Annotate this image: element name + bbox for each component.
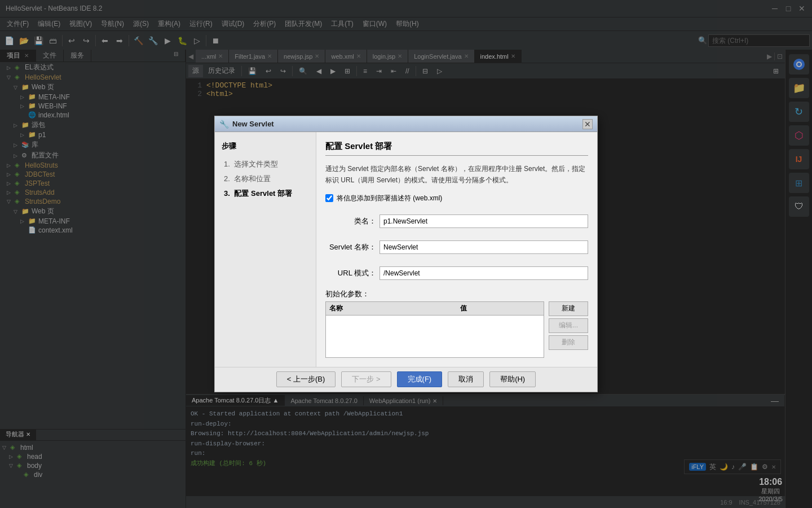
dialog-section-title: 配置 Servlet 部署 xyxy=(325,141,588,156)
btn-delete-param[interactable]: 删除 xyxy=(549,335,588,350)
checkbox-row: 将信息添加到部署描述符 (web.xml) xyxy=(325,194,588,203)
init-params-layout: 名称 值 新建 编辑... 删除 xyxy=(325,301,588,358)
btn-new-param[interactable]: 新建 xyxy=(549,301,588,316)
url-label: URL 模式： xyxy=(325,268,376,278)
dialog-close-btn[interactable]: ✕ xyxy=(582,119,593,129)
dialog-titlebar: 🔧 New Servlet ✕ xyxy=(215,116,597,132)
btn-help[interactable]: 帮助(H) xyxy=(489,371,536,387)
steps-title: 步骤 xyxy=(222,141,309,151)
init-params-table: 名称 值 xyxy=(325,301,544,358)
dialog-steps: 步骤 1. 选择文件类型 2. 名称和位置 3. 配置 Servlet 部署 xyxy=(215,132,316,366)
init-params-label: 初始化参数： xyxy=(325,289,588,299)
servlet-name-input[interactable] xyxy=(379,240,588,254)
dialog-description: 通过为 Servlet 指定内部名称（Servlet 名称），在应用程序中注册 … xyxy=(325,164,588,185)
class-row: 类名： xyxy=(325,214,588,228)
param-header-value: 值 xyxy=(457,302,544,316)
servlet-name-row: Servlet 名称： xyxy=(325,240,588,254)
param-header-name: 名称 xyxy=(326,302,457,316)
dialog-title: New Servlet xyxy=(232,120,582,128)
dialog-content: 配置 Servlet 部署 通过为 Servlet 指定内部名称（Servlet… xyxy=(316,132,597,366)
step-3[interactable]: 3. 配置 Servlet 部署 xyxy=(222,187,309,200)
class-label: 类名： xyxy=(325,216,376,226)
dialog-footer: < 上一步(B) 下一步 > 完成(F) 取消 帮助(H) xyxy=(215,367,597,392)
url-row: URL 模式： xyxy=(325,266,588,280)
step-1[interactable]: 1. 选择文件类型 xyxy=(222,158,309,170)
dialog-body: 步骤 1. 选择文件类型 2. 名称和位置 3. 配置 Servlet 部署 配… xyxy=(215,132,597,366)
webxml-checkbox[interactable] xyxy=(325,194,333,202)
btn-cancel[interactable]: 取消 xyxy=(448,371,484,387)
init-params-btns: 新建 编辑... 删除 xyxy=(549,301,588,358)
url-input[interactable] xyxy=(379,266,588,280)
class-input[interactable] xyxy=(379,214,588,228)
dialog-overlay: 🔧 New Servlet ✕ 步骤 1. 选择文件类型 2. 名称和位置 3.… xyxy=(0,0,812,508)
btn-edit-param[interactable]: 编辑... xyxy=(549,318,588,333)
servlet-name-label: Servlet 名称： xyxy=(325,242,376,252)
webxml-checkbox-label[interactable]: 将信息添加到部署描述符 (web.xml) xyxy=(337,194,442,203)
dialog: 🔧 New Servlet ✕ 步骤 1. 选择文件类型 2. 名称和位置 3.… xyxy=(214,116,598,392)
btn-prev[interactable]: < 上一步(B) xyxy=(276,371,336,387)
step-2[interactable]: 2. 名称和位置 xyxy=(222,173,309,185)
init-params-section: 初始化参数： 名称 值 xyxy=(325,289,588,358)
btn-next[interactable]: 下一步 > xyxy=(341,371,391,387)
btn-finish[interactable]: 完成(F) xyxy=(397,371,443,387)
dialog-icon: 🔧 xyxy=(219,120,229,129)
